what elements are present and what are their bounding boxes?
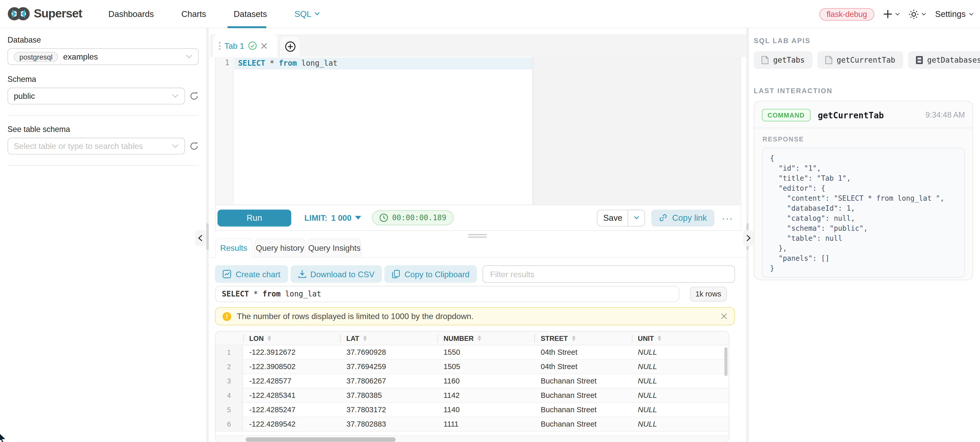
table-cell: 37.7806267 (340, 374, 438, 388)
refresh-schema-icon[interactable] (189, 91, 199, 101)
table-row[interactable]: 5-122.428524737.78031721140Buchanan Stre… (216, 403, 729, 417)
nav-item-dashboards[interactable]: Dashboards (108, 9, 154, 19)
table-row[interactable]: 4-122.428534137.7803851142Buchanan Stree… (216, 389, 729, 403)
left-panel-resizer[interactable] (206, 28, 209, 442)
table-select[interactable]: Select table or type to search tables (8, 137, 185, 155)
collapse-left-panel-button[interactable] (195, 230, 206, 246)
editor-gutter: 1 (216, 57, 234, 204)
copy-to-clipboard-button[interactable]: Copy to Clipboard (384, 265, 477, 283)
row-number-cell: 6 (216, 417, 243, 431)
column-header-street[interactable]: STREET (535, 332, 632, 345)
limit-dropdown[interactable]: LIMIT: 1 000 (304, 213, 361, 223)
download-csv-button[interactable]: Download to CSV (290, 265, 382, 283)
column-header-unit[interactable]: UNIT (632, 332, 729, 345)
table-horizontal-scrollbar[interactable] (216, 436, 729, 442)
column-header-number[interactable]: NUMBER (437, 332, 535, 345)
copy-link-button[interactable]: Copy link (652, 209, 714, 226)
mouse-cursor (0, 432, 8, 442)
nav-item-datasets[interactable]: Datasets (234, 9, 267, 19)
chevron-down-icon (969, 13, 974, 16)
sort-icon[interactable] (658, 335, 662, 341)
editor-tabstrip: Tab 1 (210, 34, 746, 57)
save-dropdown-button[interactable] (628, 209, 645, 226)
get-databases-button[interactable]: getDatabases (908, 51, 980, 69)
sql-keyword: from (279, 59, 297, 67)
refresh-tables-icon[interactable] (189, 141, 199, 151)
collapse-right-panel-button[interactable] (743, 230, 754, 246)
get-tabs-button[interactable]: getTabs (754, 51, 812, 69)
table-row[interactable]: 6-122.428954237.78028831111Buchanan Stre… (216, 417, 729, 432)
table-header-row: LON LAT NUMBER STREET UNIT (216, 332, 729, 345)
table-row[interactable]: 1-122.391267237.7690928155004th StreetNU… (216, 345, 729, 360)
row-number-cell: 4 (216, 389, 243, 402)
chevron-left-icon (198, 235, 202, 241)
tab-query-insights[interactable]: Query Insights (307, 238, 361, 258)
settings-menu[interactable]: Settings (935, 10, 974, 19)
table-cell: Buchanan Street (535, 417, 632, 431)
new-item-dropdown[interactable] (883, 10, 900, 19)
table-vertical-scrollbar[interactable] (724, 347, 727, 376)
schema-select[interactable]: public (8, 88, 185, 104)
close-warning-icon[interactable] (721, 313, 727, 320)
table-row[interactable]: 2-122.390850237.7694259150504th StreetNU… (216, 360, 729, 374)
editor-results-splitter[interactable] (468, 234, 487, 238)
table-row[interactable]: 3-122.42857737.78062671160Buchanan Stree… (216, 374, 729, 389)
column-header-lat[interactable]: LAT (340, 332, 437, 345)
get-current-tab-button[interactable]: getCurrentTab (817, 51, 903, 69)
timer-value: 00:00:00.189 (392, 213, 446, 222)
tab-query-history[interactable]: Query history (255, 238, 305, 258)
sort-icon[interactable] (267, 335, 271, 341)
new-tab-button[interactable] (280, 36, 301, 57)
column-header-lon[interactable]: LON (243, 332, 340, 345)
table-cell: 37.7803172 (340, 403, 438, 417)
create-chart-button[interactable]: Create chart (215, 265, 288, 283)
save-button-group: Save (597, 209, 645, 226)
sql-lab-workspace: Tab 1 1 (210, 28, 746, 442)
database-select[interactable]: postgresql examples (8, 48, 199, 65)
plus-circle-icon (285, 41, 295, 52)
theme-dropdown[interactable] (909, 9, 926, 19)
navbar-right: flask-debug (819, 0, 974, 28)
download-icon (298, 270, 306, 279)
sidebar-divider (8, 115, 199, 116)
superset-logo[interactable]: Superset (8, 6, 82, 21)
scrollbar-thumb[interactable] (246, 437, 396, 442)
sun-icon (909, 9, 919, 19)
run-button[interactable]: Run (218, 209, 291, 226)
api-buttons: getTabs getCurrentTab getDatabases (754, 51, 975, 69)
query-preview: SELECT * from long_lat (215, 286, 679, 302)
plus-icon (883, 10, 893, 19)
document-icon (761, 56, 769, 64)
editor-tab-1[interactable]: Tab 1 (213, 34, 277, 57)
last-interaction-title: LAST INTERACTION (754, 87, 975, 94)
chevron-down-icon (314, 12, 320, 16)
table-cell: NULL (632, 374, 729, 388)
sort-icon[interactable] (363, 335, 367, 341)
table-cell: NULL (632, 389, 729, 402)
document-icon (825, 56, 832, 64)
nav-item-charts[interactable]: Charts (181, 9, 206, 19)
sql-keyword: SELECT (222, 290, 249, 298)
close-tab-icon[interactable] (261, 42, 267, 49)
sql-editor[interactable]: 1 SELECT * from long_lat (216, 57, 741, 204)
filter-results-input[interactable] (482, 265, 735, 283)
table-cell: -122.4289542 (243, 417, 340, 431)
tab-results[interactable]: Results (215, 238, 253, 258)
table-schema-label: See table schema (8, 125, 199, 134)
save-button[interactable]: Save (597, 209, 628, 226)
sort-icon[interactable] (571, 335, 575, 341)
sort-icon[interactable] (477, 335, 481, 341)
nav-item-sql[interactable]: SQL (294, 9, 320, 19)
results-panel: Create chart Download to CSV Copy to Cli… (215, 258, 746, 442)
clock-icon (380, 213, 388, 222)
database-label: Database (8, 36, 199, 45)
more-actions-button[interactable]: ··· (722, 212, 733, 223)
get-tabs-label: getTabs (773, 56, 805, 64)
tab-drag-handle-icon[interactable] (219, 41, 221, 50)
row-limit-warning: ! The number of rows displayed is limite… (215, 307, 735, 326)
copy-link-label: Copy link (672, 213, 707, 223)
row-count-badge: 1k rows (690, 286, 727, 302)
response-box: { "id": "1", "title": "Tab 1", "editor":… (762, 148, 965, 278)
table-cell: 1550 (437, 345, 535, 359)
results-table: LON LAT NUMBER STREET UNIT 1-122.3912672… (215, 331, 730, 442)
